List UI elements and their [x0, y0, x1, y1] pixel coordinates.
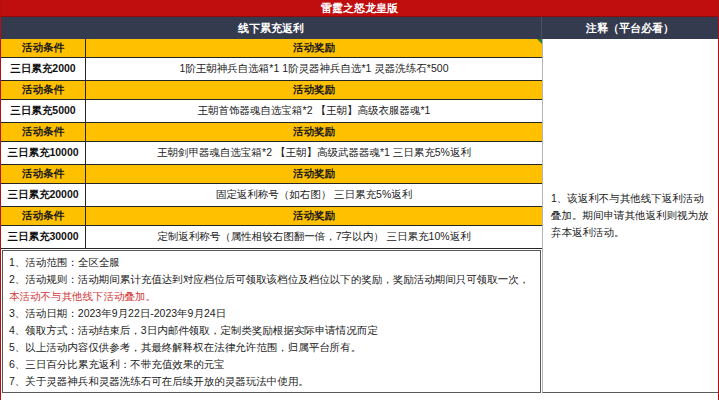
title-banner: 雷霆之怒龙皇版 [1, 0, 718, 17]
reward-cell: 王朝剑甲器魂自选宝箱*2 【王朝】高级武器器魂*1 三日累充5%返利 [86, 142, 542, 164]
rule-text: 3、活动日期：2023年9月22日-2023年9月24日 [9, 307, 226, 319]
condition-header-cell: 活动条件 [1, 123, 86, 141]
rule-warning-text: 本活动不与其他线下活动叠加。 [9, 290, 156, 302]
rule-text: 7、关于灵器神兵和灵器洗练石可在后续开放的灵器玩法中使用。 [9, 375, 309, 387]
section-header-recharge-rebate: 线下累充返利 [1, 17, 542, 39]
platform-note-text: 1、该返利不与其他线下返利活动叠加。期间申请其他返利则视为放弃本返利活动。 [551, 190, 710, 241]
reward-cell: 1阶王朝神兵自选箱*1 1阶灵器神兵自选*1 灵器洗练石*500 [86, 58, 542, 80]
condition-cell: 三日累充2000 [1, 58, 86, 80]
rule-text: 5、以上活动内容仅供参考，其最终解释权在法律允许范围，归属平台所有。 [9, 341, 361, 353]
main-area: 活动条件 活动奖励 三日累充2000 1阶王朝神兵自选箱*1 1阶灵器神兵自选*… [1, 39, 718, 393]
reward-header-cell: 活动奖励 [86, 39, 542, 57]
platform-notes-panel: 1、该返利不与其他线下返利活动叠加。期间申请其他返利则视为放弃本返利活动。 [542, 39, 718, 393]
rule-text: 4、领取方式：活动结束后，3日内邮件领取，定制类奖励根据实际申请情况而定 [9, 324, 378, 336]
reward-header-label: 活动奖励 [293, 41, 335, 55]
promo-sheet: 雷霆之怒龙皇版 线下累充返利 注释（平台必看） 活动条件 活动奖励 三日累充20… [0, 0, 719, 400]
reward-cell: 定制返利称号（属性相较右图翻一倍，7字以内） 三日累充10%返利 [86, 226, 542, 248]
rule-item-2: 2、活动规则：活动期间累计充值达到对应档位后可领取该档位及档位以下的奖励，奖励活… [9, 271, 534, 305]
condition-cell: 三日累充5000 [1, 100, 86, 122]
condition-header-cell: 活动条件 [1, 39, 86, 57]
condition-cell: 三日累充30000 [1, 226, 86, 248]
tier-header-row: 活动条件 活动奖励 [1, 207, 542, 226]
cell-comment-marker-icon [537, 39, 542, 44]
rule-text: 2、活动规则：活动期间累计充值达到对应档位后可领取该档位及档位以下的奖励，奖励活… [9, 273, 529, 285]
rule-item-5: 5、以上活动内容仅供参考，其最终解释权在法律允许范围，归属平台所有。 [9, 339, 534, 356]
condition-header-cell: 活动条件 [1, 207, 86, 225]
tier-data-row: 三日累充20000 固定返利称号（如右图） 三日累充5%返利 [1, 184, 542, 207]
condition-cell: 三日累充20000 [1, 184, 86, 206]
rule-item-3: 3、活动日期：2023年9月22日-2023年9月24日 [9, 305, 534, 322]
rules-box: 1、活动范围：全区全服 2、活动规则：活动期间累计充值达到对应档位后可领取该档位… [2, 250, 541, 393]
reward-header-cell: 活动奖励 [86, 207, 542, 225]
reward-header-cell: 活动奖励 [86, 123, 542, 141]
reward-cell: 王朝首饰器魂自选宝箱*2 【王朝】高级衣服器魂*1 [86, 100, 542, 122]
rebate-table: 活动条件 活动奖励 三日累充2000 1阶王朝神兵自选箱*1 1阶灵器神兵自选*… [1, 39, 542, 393]
reward-header-cell: 活动奖励 [86, 81, 542, 99]
tier-data-row: 三日累充30000 定制返利称号（属性相较右图翻一倍，7字以内） 三日累充10%… [1, 226, 542, 249]
condition-header-cell: 活动条件 [1, 165, 86, 183]
tier-data-row: 三日累充10000 王朝剑甲器魂自选宝箱*2 【王朝】高级武器器魂*1 三日累充… [1, 142, 542, 165]
tier-data-row: 三日累充2000 1阶王朝神兵自选箱*1 1阶灵器神兵自选*1 灵器洗练石*50… [1, 58, 542, 81]
tier-header-row: 活动条件 活动奖励 [1, 39, 542, 58]
rule-item-7: 7、关于灵器神兵和灵器洗练石可在后续开放的灵器玩法中使用。 [9, 373, 534, 390]
section-header-notes: 注释（平台必看） [542, 17, 718, 39]
rule-item-6: 6、三日百分比累充返利：不带充值效果的元宝 [9, 356, 534, 373]
condition-cell: 三日累充10000 [1, 142, 86, 164]
tier-header-row: 活动条件 活动奖励 [1, 81, 542, 100]
condition-header-cell: 活动条件 [1, 81, 86, 99]
tier-header-row: 活动条件 活动奖励 [1, 165, 542, 184]
footer-strip [1, 393, 718, 400]
rule-text: 6、三日百分比累充返利：不带充值效果的元宝 [9, 358, 225, 370]
reward-header-cell: 活动奖励 [86, 165, 542, 183]
tier-header-row: 活动条件 活动奖励 [1, 123, 542, 142]
rule-text: 1、活动范围：全区全服 [9, 256, 120, 268]
reward-cell: 固定返利称号（如右图） 三日累充5%返利 [86, 184, 542, 206]
rule-item-4: 4、领取方式：活动结束后，3日内邮件领取，定制类奖励根据实际申请情况而定 [9, 322, 534, 339]
rule-item-1: 1、活动范围：全区全服 [9, 254, 534, 271]
tier-data-row: 三日累充5000 王朝首饰器魂自选宝箱*2 【王朝】高级衣服器魂*1 [1, 100, 542, 123]
section-header-row: 线下累充返利 注释（平台必看） [1, 17, 718, 39]
